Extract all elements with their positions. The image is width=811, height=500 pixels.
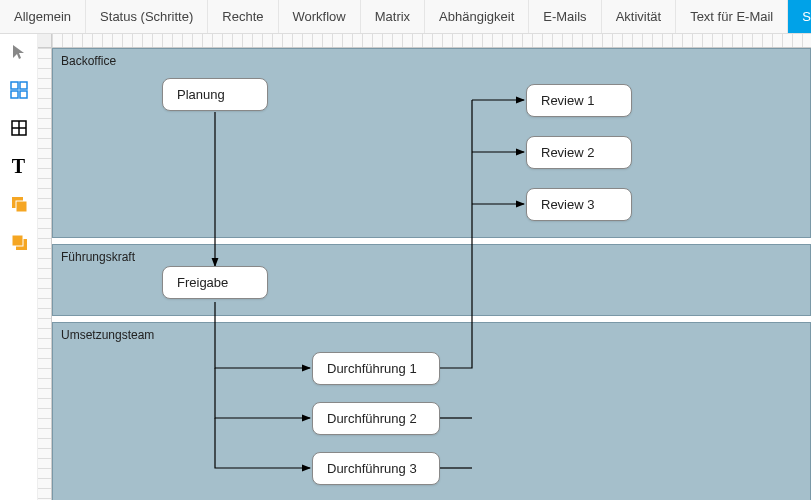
svg-rect-8: [16, 201, 27, 212]
pointer-icon: [10, 43, 28, 61]
node-review-3[interactable]: Review 3: [526, 188, 632, 221]
canvas-area: Backoffice Führungskraft Umsetzungsteam: [38, 34, 811, 500]
bring-front-tool[interactable]: [7, 192, 31, 216]
grid1-tool[interactable]: [7, 116, 31, 140]
shape-back-icon: [10, 233, 28, 251]
text-tool[interactable]: T: [7, 154, 31, 178]
grid4-icon: [10, 81, 28, 99]
node-label: Durchführung 3: [327, 461, 417, 476]
tab-status-workflow[interactable]: Status Workflow: [788, 0, 811, 33]
ruler-horizontal[interactable]: [52, 34, 811, 48]
node-review-1[interactable]: Review 1: [526, 84, 632, 117]
svg-rect-10: [12, 235, 23, 246]
tab-workflow[interactable]: Workflow: [279, 0, 361, 33]
lane-label-umsetzungsteam: Umsetzungsteam: [61, 328, 154, 342]
ruler-corner: [38, 34, 52, 48]
pointer-tool[interactable]: [7, 40, 31, 64]
tab-abhaengigkeit[interactable]: Abhängigkeit: [425, 0, 529, 33]
ruler-vertical[interactable]: [38, 48, 52, 500]
lane-backoffice[interactable]: Backoffice: [52, 48, 811, 238]
node-label: Durchführung 1: [327, 361, 417, 376]
node-label: Freigabe: [177, 275, 228, 290]
lane-label-backoffice: Backoffice: [61, 54, 116, 68]
node-label: Review 3: [541, 197, 594, 212]
svg-rect-2: [11, 91, 18, 98]
lane-label-fuehrungskraft: Führungskraft: [61, 250, 135, 264]
workspace: T Backoffice Führungskraft: [0, 34, 811, 500]
svg-rect-3: [20, 91, 27, 98]
text-icon: T: [12, 155, 25, 178]
node-label: Durchführung 2: [327, 411, 417, 426]
node-durchfuehrung-1[interactable]: Durchführung 1: [312, 352, 440, 385]
tool-palette: T: [0, 34, 38, 500]
node-planung[interactable]: Planung: [162, 78, 268, 111]
send-back-tool[interactable]: [7, 230, 31, 254]
grid4-tool[interactable]: [7, 78, 31, 102]
shape-front-icon: [10, 195, 28, 213]
tab-status-schritte[interactable]: Status (Schritte): [86, 0, 208, 33]
node-label: Review 2: [541, 145, 594, 160]
node-label: Planung: [177, 87, 225, 102]
tab-rechte[interactable]: Rechte: [208, 0, 278, 33]
node-durchfuehrung-2[interactable]: Durchführung 2: [312, 402, 440, 435]
svg-rect-0: [11, 82, 18, 89]
tab-bar: Allgemein Status (Schritte) Rechte Workf…: [0, 0, 811, 34]
tab-emails[interactable]: E-Mails: [529, 0, 601, 33]
node-freigabe[interactable]: Freigabe: [162, 266, 268, 299]
node-durchfuehrung-3[interactable]: Durchführung 3: [312, 452, 440, 485]
tab-matrix[interactable]: Matrix: [361, 0, 425, 33]
tab-allgemein[interactable]: Allgemein: [0, 0, 86, 33]
svg-rect-1: [20, 82, 27, 89]
node-review-2[interactable]: Review 2: [526, 136, 632, 169]
diagram-canvas[interactable]: Backoffice Führungskraft Umsetzungsteam: [52, 48, 811, 500]
tab-text-fuer-email[interactable]: Text für E-Mail: [676, 0, 788, 33]
tab-aktivitaet[interactable]: Aktivität: [602, 0, 677, 33]
grid1-icon: [10, 119, 28, 137]
node-label: Review 1: [541, 93, 594, 108]
